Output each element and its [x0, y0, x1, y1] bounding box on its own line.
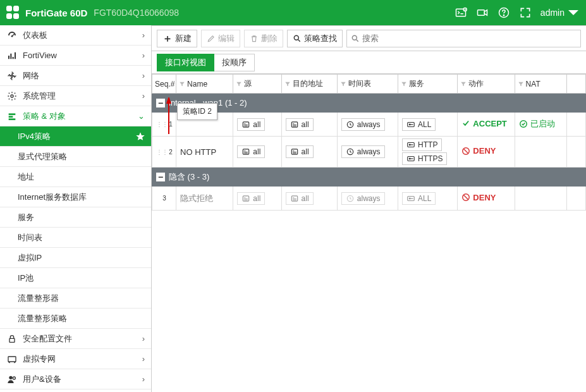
sidebar-subitem-4-2[interactable]: 地址 — [0, 167, 151, 187]
sidebar-item-7[interactable]: 用户&设备› — [0, 369, 151, 389]
sidebar-item-3[interactable]: 系统管理› — [0, 86, 151, 106]
chevron-right-icon: › — [142, 71, 145, 80]
policy-row[interactable]: ⋮⋮ 2NO HTTP all all alwaysHTTPHTTPS DENY — [152, 137, 586, 168]
svg-point-52 — [409, 197, 411, 199]
service-pill[interactable]: HTTPS — [402, 152, 447, 165]
column-header[interactable]: 目的地址 — [281, 75, 337, 94]
help-icon[interactable] — [497, 6, 510, 19]
policy-row[interactable]: 3隐式拒绝 all all alwaysALL DENY — [152, 187, 586, 211]
column-header[interactable]: Name — [176, 75, 233, 94]
src-cell: all — [233, 113, 281, 137]
service-pill[interactable]: ALL — [402, 118, 436, 131]
sidebar-item-0[interactable]: 仪表板› — [0, 25, 151, 46]
cli-icon[interactable] — [455, 6, 467, 19]
subitem-label: 地址 — [18, 171, 145, 183]
create-label: 新建 — [175, 33, 192, 44]
main-pane: ＋新建 编辑 删除 策略查找 接口对视图 按顺序 Seq.# Name 源 目的… — [152, 25, 586, 392]
address-pill[interactable]: all — [286, 145, 314, 158]
svg-point-12 — [9, 376, 12, 379]
schedule-pill[interactable]: always — [341, 145, 385, 158]
service-cell: ALL — [398, 113, 458, 137]
sidebar-subitem-4-0[interactable]: IPv4策略 — [0, 126, 151, 147]
video-icon[interactable] — [476, 6, 489, 19]
schedule-cell: always — [337, 137, 398, 168]
column-header[interactable]: Seq.# — [152, 75, 176, 94]
extra-cell — [566, 137, 585, 168]
svg-rect-29 — [244, 150, 245, 151]
subitem-label: Internet服务数据库 — [18, 192, 145, 203]
policy-lookup-button[interactable]: 策略查找 — [287, 30, 343, 47]
fullscreen-icon[interactable] — [519, 6, 532, 19]
sidebar-subitem-4-5[interactable]: 时间表 — [0, 228, 151, 248]
service-pill[interactable]: ALL — [402, 192, 436, 205]
service-cell: ALL — [398, 187, 458, 211]
sidebar-subitem-4-9[interactable]: 流量整形策略 — [0, 309, 151, 329]
svg-point-26 — [409, 123, 411, 125]
action-accept: ACCEPT — [461, 119, 506, 128]
address-pill[interactable]: all — [286, 118, 314, 131]
collapse-icon[interactable]: − — [156, 173, 165, 181]
seq-cell[interactable]: ⋮⋮ 2 — [152, 137, 176, 168]
svg-rect-17 — [244, 123, 245, 124]
service-pill[interactable]: HTTP — [402, 138, 442, 151]
column-label: 源 — [244, 78, 252, 89]
sidebar-subitem-4-6[interactable]: 虚拟IP — [0, 248, 151, 268]
subitem-label: 流量整形器 — [18, 293, 145, 304]
svg-rect-21 — [293, 123, 294, 124]
trash-icon — [250, 34, 259, 43]
column-header[interactable]: 时间表 — [337, 75, 398, 94]
sidebar-item-2[interactable]: 网络› — [0, 66, 151, 86]
search-input[interactable] — [362, 34, 577, 43]
annotation-arrow-icon — [164, 97, 174, 135]
sidebar-item-5[interactable]: 安全配置文件› — [0, 329, 151, 349]
address-pill[interactable]: all — [237, 145, 265, 158]
sidebar-subitem-4-8[interactable]: 流量整形器 — [0, 288, 151, 309]
seq-cell[interactable]: 3 — [152, 187, 176, 211]
search-input-wrapper[interactable] — [346, 30, 581, 47]
address-pill[interactable]: all — [237, 192, 265, 205]
column-header[interactable]: NAT — [515, 75, 566, 94]
schedule-pill[interactable]: always — [341, 192, 385, 205]
schedule-pill[interactable]: always — [341, 118, 385, 131]
nav-label: 用户&设备 — [23, 374, 142, 385]
sidebar-item-4[interactable]: 策略 & 对象⌄ — [0, 106, 151, 126]
top-bar: FortiGate 60D FGT60D4Q16066098 admin — [0, 0, 586, 25]
column-header[interactable] — [566, 75, 585, 94]
svg-rect-11 — [8, 357, 16, 362]
svg-point-15 — [352, 35, 357, 40]
policy-grid-wrapper[interactable]: Seq.# Name 源 目的地址 时间表 服务 动作 NAT−internal… — [152, 74, 586, 392]
drag-handle-icon[interactable]: ⋮⋮ — [156, 149, 168, 156]
nav-label: 仪表板 — [23, 30, 142, 41]
admin-menu[interactable]: admin — [540, 6, 580, 19]
delete-label: 删除 — [261, 33, 278, 44]
address-pill[interactable]: all — [237, 118, 265, 131]
row-tooltip: 策略ID 2 — [177, 103, 217, 120]
sidebar-item-1[interactable]: FortiView› — [0, 46, 151, 66]
subitem-label: IPv4策略 — [18, 131, 136, 142]
sidebar-subitem-4-7[interactable]: IP池 — [0, 268, 151, 288]
tab-pair-view[interactable]: 接口对视图 — [157, 54, 214, 71]
nav-label: 网络 — [23, 70, 142, 82]
sidebar-item-6[interactable]: 虚拟专网› — [0, 349, 151, 369]
nav-label: FortiView — [23, 51, 142, 60]
column-header[interactable]: 源 — [233, 75, 281, 94]
svg-rect-22 — [293, 125, 296, 125]
nat-cell — [515, 137, 566, 168]
group-header[interactable]: −隐含 (3 - 3) — [152, 168, 586, 187]
edit-label: 编辑 — [218, 33, 235, 44]
address-pill[interactable]: all — [286, 192, 314, 205]
view-tabs: 接口对视图 按顺序 — [152, 51, 586, 74]
tab-sequence[interactable]: 按顺序 — [214, 54, 255, 71]
sidebar-subitem-4-4[interactable]: 服务 — [0, 207, 151, 228]
action-deny: DENY — [461, 193, 496, 202]
column-header[interactable]: 动作 — [458, 75, 515, 94]
sidebar-subitem-4-3[interactable]: Internet服务数据库 — [0, 187, 151, 207]
svg-rect-44 — [244, 199, 248, 199]
sidebar[interactable]: 仪表板›FortiView›网络›系统管理›策略 & 对象⌄IPv4策略显式代理… — [0, 25, 152, 392]
nat-cell — [515, 187, 566, 211]
column-header[interactable]: 服务 — [398, 75, 458, 94]
dst-cell: all — [281, 137, 337, 168]
svg-rect-2 — [477, 10, 484, 15]
sidebar-subitem-4-1[interactable]: 显式代理策略 — [0, 147, 151, 167]
create-button[interactable]: ＋新建 — [157, 30, 197, 47]
